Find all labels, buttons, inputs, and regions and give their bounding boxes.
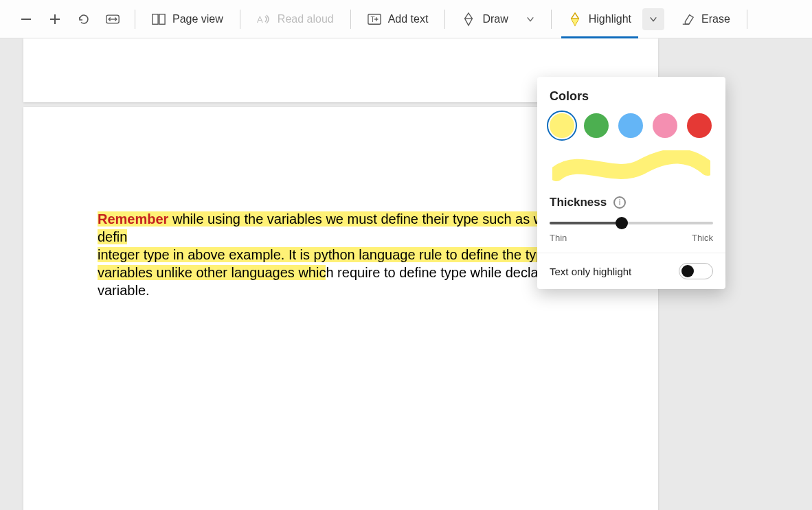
erase-label: Erase — [701, 13, 730, 25]
highlight-label: Highlight — [589, 13, 631, 25]
toolbar-divider — [350, 10, 351, 29]
highlighted-text: integer type in above example. It is pyt… — [98, 247, 578, 262]
thickness-slider[interactable] — [550, 215, 713, 231]
svg-text:T: T — [370, 15, 374, 23]
plus-icon — [48, 12, 62, 26]
document-canvas: Remember while using the variables we mu… — [0, 38, 812, 510]
toolbar-divider — [135, 10, 135, 29]
svg-rect-5 — [153, 14, 158, 24]
draw-button[interactable]: Draw — [455, 5, 515, 33]
color-swatch-blue[interactable] — [618, 113, 643, 138]
svg-rect-6 — [159, 14, 165, 24]
svg-text:A: A — [257, 14, 263, 25]
read-aloud-icon: A — [257, 12, 271, 26]
add-text-button[interactable]: T Add text — [361, 5, 436, 33]
toolbar-divider — [240, 10, 240, 29]
plain-text: variable. — [98, 283, 150, 298]
read-aloud-label: Read aloud — [278, 13, 334, 25]
draw-dropdown[interactable] — [519, 8, 541, 30]
color-swatch-yellow[interactable] — [550, 113, 574, 138]
toolbar-divider — [444, 10, 445, 29]
highlight-icon — [568, 12, 582, 26]
emphasis-word: Remember — [98, 211, 168, 227]
add-text-icon: T — [368, 12, 381, 26]
slider-min-label: Thin — [550, 233, 567, 243]
toolbar-divider — [747, 10, 747, 29]
color-swatch-row — [550, 113, 713, 138]
erase-button[interactable]: Erase — [674, 5, 737, 33]
highlighted-text: Remember while using the variables we mu… — [98, 211, 551, 244]
slider-thumb[interactable] — [616, 217, 628, 229]
color-swatch-green[interactable] — [584, 113, 609, 138]
rotate-icon — [77, 12, 91, 26]
page-view-label: Page view — [172, 13, 223, 25]
highlight-dropdown[interactable] — [642, 8, 664, 30]
highlight-options-popover: Colors Thickness i Thin Thick Text only … — [537, 77, 725, 289]
colors-heading: Colors — [550, 89, 713, 104]
minus-icon — [19, 12, 33, 26]
slider-max-label: Thick — [692, 233, 713, 243]
text-only-label: Text only highlight — [550, 266, 631, 277]
stroke-preview — [550, 150, 713, 183]
info-icon[interactable]: i — [613, 196, 626, 209]
zoom-in-button[interactable] — [43, 5, 67, 33]
pen-icon — [462, 12, 475, 26]
page-view-button[interactable]: Page view — [145, 5, 230, 33]
color-swatch-red[interactable] — [687, 113, 712, 138]
page-view-icon — [152, 12, 166, 26]
fit-width-button[interactable] — [100, 5, 125, 33]
draw-label: Draw — [482, 13, 508, 25]
chevron-down-icon — [523, 12, 537, 26]
read-aloud-button[interactable]: A Read aloud — [250, 5, 341, 33]
fit-width-icon — [106, 12, 120, 26]
highlighted-text: variables unlike other languages whic — [98, 265, 326, 280]
plain-text: h require to define type while declarati… — [326, 265, 572, 280]
toolbar-divider — [551, 10, 552, 29]
color-swatch-pink[interactable] — [653, 113, 677, 138]
document-paragraph: Remember while using the variables we mu… — [98, 210, 584, 299]
zoom-out-button[interactable] — [14, 5, 38, 33]
text-only-toggle[interactable] — [679, 263, 713, 279]
highlight-button[interactable]: Highlight — [561, 5, 638, 33]
erase-icon — [681, 12, 695, 26]
pdf-toolbar: Page view A Read aloud T Add text Draw H… — [0, 0, 812, 38]
thickness-heading: Thickness — [550, 196, 607, 209]
add-text-label: Add text — [388, 13, 429, 25]
rotate-button[interactable] — [71, 5, 96, 33]
chevron-down-icon — [646, 12, 660, 26]
